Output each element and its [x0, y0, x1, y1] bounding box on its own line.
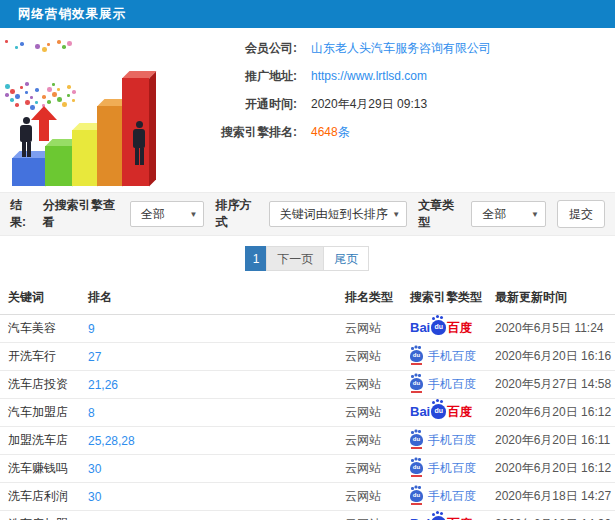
rank-value-link[interactable]: 21,26: [88, 378, 118, 392]
rank-value-link[interactable]: 30: [88, 490, 101, 504]
keyword-cell: 洗车店投资: [0, 371, 80, 399]
baidu-logo-text: Bai: [410, 516, 430, 520]
confetti-dot: [42, 95, 46, 99]
confetti-dot: [52, 92, 57, 97]
info-row-open-time: 开通时间: 2020年4月29日 09:13: [185, 90, 615, 118]
rank-value-link[interactable]: 30: [88, 462, 101, 476]
rank-type-cell: 云网站: [337, 315, 402, 343]
confetti-dot: [67, 85, 71, 89]
bar-chart-blue-bar: [12, 158, 45, 186]
rank-value-link[interactable]: 27: [88, 350, 101, 364]
rank-value-link[interactable]: 25,28,28: [88, 434, 135, 448]
table-header-row: 关键词 排名 排名类型 搜索引擎类型 最新更新时间: [0, 280, 615, 315]
info-row-ranking-count: 搜索引擎排名: 4648条: [185, 118, 615, 146]
confetti-dot: [25, 82, 29, 86]
rank-type-cell: 云网站: [337, 511, 402, 520]
baidu-paw-icon: du: [431, 516, 446, 520]
baidu-logo-text: Bai: [410, 404, 430, 419]
baidu-logo-text: Bai: [410, 320, 430, 335]
rank-type-cell: 云网站: [337, 399, 402, 427]
baidu-cn-text: 百度: [447, 405, 472, 419]
confetti-dot: [5, 93, 9, 97]
keyword-cell: 开洗车行: [0, 343, 80, 371]
confetti-dot: [57, 88, 60, 91]
rank-value-link[interactable]: 9: [88, 322, 95, 336]
baidu-cn-text: 百度: [447, 321, 472, 335]
ranking-count-number: 4648: [311, 125, 338, 139]
rank-cell: 21,26: [80, 371, 337, 399]
col-header-rank-type: 排名类型: [337, 280, 402, 315]
company-name-link[interactable]: 山东老人头汽车服务咨询有限公司: [311, 40, 491, 57]
col-header-engine: 搜索引擎类型: [402, 280, 487, 315]
confetti-dot: [10, 98, 14, 102]
rank-type-cell: 云网站: [337, 455, 402, 483]
article-type-select[interactable]: 全部 ▼: [471, 201, 546, 227]
filter-bar: 结果: 分搜索引擎查看 全部 ▼ 排序方式 关键词由短到长排序 ▼ 文章类型 全…: [0, 192, 615, 236]
baidu-du-text: du: [431, 323, 446, 330]
confetti-dot: [25, 100, 30, 105]
page-title: 网络营销效果展示: [0, 6, 126, 23]
top-section: 会员公司: 山东老人头汽车服务咨询有限公司 推广地址: https://www.…: [0, 28, 615, 192]
mobile-baidu-du-text: du: [410, 492, 423, 498]
promo-url-link[interactable]: https://www.lrtlsd.com: [311, 69, 427, 83]
keyword-cell: 汽车美容: [0, 315, 80, 343]
confetti-dot: [10, 89, 15, 94]
table-row: 开洗车行27云网站du手机百度2020年6月20日 16:16: [0, 343, 615, 371]
businessman-figure-icon: [20, 117, 32, 157]
confetti-dot: [72, 99, 75, 102]
submit-button[interactable]: 提交: [557, 200, 605, 228]
bar-chart-green-bar: [45, 146, 72, 186]
keyword-cell: 洗车店加盟: [0, 511, 80, 520]
sort-select[interactable]: 关键词由短到长排序 ▼: [269, 201, 408, 227]
page-1-button[interactable]: 1: [245, 246, 268, 271]
filter-controls: 分搜索引擎查看 全部 ▼ 排序方式 关键词由短到长排序 ▼ 文章类型 全部 ▼ …: [37, 197, 605, 231]
result-label: 结果:: [10, 197, 37, 231]
mobile-baidu-label: 手机百度: [428, 461, 476, 475]
rank-type-cell: 云网站: [337, 371, 402, 399]
info-row-url: 推广地址: https://www.lrtlsd.com: [185, 62, 615, 90]
rank-cell: 25,28,28: [80, 427, 337, 455]
pagination: 1 下一页 尾页: [0, 236, 615, 280]
confetti-dot: [47, 100, 51, 104]
engine-cell: du手机百度: [402, 371, 487, 399]
confetti-dot: [62, 45, 66, 49]
keyword-cell: 加盟洗车店: [0, 427, 80, 455]
keyword-cell: 汽车加盟店: [0, 399, 80, 427]
col-header-rank: 排名: [80, 280, 337, 315]
article-type-label: 文章类型: [418, 197, 463, 231]
updated-time-cell: 2020年6月18日 14:30: [487, 511, 615, 520]
mobile-baidu-label: 手机百度: [428, 433, 476, 447]
chevron-down-icon: ▼: [392, 210, 400, 219]
updated-time-cell: 2020年6月20日 16:11: [487, 427, 615, 455]
businessman-figure-icon: [133, 121, 145, 165]
sort-value: 关键词由短到长排序: [280, 206, 389, 223]
engine-cell: Baidu百度: [402, 511, 487, 520]
confetti-dot: [15, 94, 20, 99]
next-page-button[interactable]: 下一页: [266, 246, 324, 271]
rank-cell: 27: [80, 343, 337, 371]
company-label: 会员公司:: [185, 40, 297, 57]
table-row: 洗车赚钱吗30云网站du手机百度2020年6月20日 16:12: [0, 455, 615, 483]
confetti-dot: [15, 46, 18, 49]
ranking-count-value[interactable]: 4648条: [311, 124, 350, 141]
confetti-dot: [52, 83, 55, 86]
mobile-baidu-icon: du: [410, 378, 423, 390]
rank-value-link[interactable]: 8: [88, 406, 95, 420]
mobile-baidu-icon: du: [410, 434, 423, 446]
engine-cell: Baidu百度: [402, 399, 487, 427]
marketing-chart-illustration: [0, 30, 180, 190]
mobile-baidu-du-text: du: [410, 464, 423, 470]
chevron-down-icon: ▼: [531, 210, 539, 219]
baidu-paw-icon: du: [431, 404, 446, 419]
keyword-cell: 洗车店利润: [0, 483, 80, 511]
engine-cell: du手机百度: [402, 427, 487, 455]
confetti-dot: [35, 88, 39, 92]
engine-filter-select[interactable]: 全部 ▼: [130, 201, 205, 227]
chevron-down-icon: ▼: [190, 210, 198, 219]
ranking-count-suffix: 条: [338, 125, 350, 139]
rank-cell: 9: [80, 315, 337, 343]
app-header: 网络营销效果展示: [0, 0, 615, 28]
article-type-value: 全部: [482, 206, 527, 223]
last-page-button[interactable]: 尾页: [323, 246, 369, 271]
confetti-dot: [47, 87, 52, 92]
